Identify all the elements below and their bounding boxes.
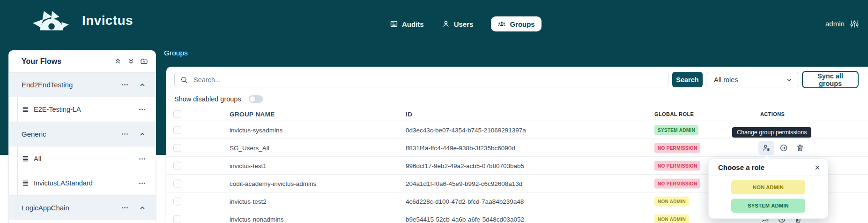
select-all-checkbox[interactable] (173, 110, 181, 118)
role-badge: SYSTEM ADMIN (654, 125, 698, 135)
roles-filter-select[interactable]: All roles (706, 72, 799, 87)
sidebar-flow-group[interactable]: End2EndTesting (9, 72, 156, 97)
choose-role-popover: Choose a role NON ADMINSYSTEM ADMIN (708, 159, 828, 219)
sync-all-groups-button[interactable]: Sync all groups (802, 71, 859, 88)
sidebar-flow-item[interactable]: E2E-Testing-LA (9, 97, 156, 122)
brand-name: Invictus (82, 13, 133, 28)
row-checkbox[interactable] (173, 215, 181, 223)
row-checkbox[interactable] (173, 126, 181, 134)
sidebar-flow-item[interactable]: All (9, 146, 156, 171)
collapse-all-icon[interactable] (114, 57, 122, 65)
flow-item-label: All (34, 155, 138, 162)
row-checkbox[interactable] (173, 197, 181, 205)
sidebar-flow-group[interactable]: Generic (9, 122, 156, 146)
indent-line (17, 146, 18, 171)
sidebar-flow-item[interactable]: InvictusLAStandard (9, 171, 156, 195)
group-name-cell: invictus-sysadmins (230, 126, 282, 133)
group-id-cell: 0d3ec43c-be07-4354-b745-21069291397a (406, 126, 526, 133)
chevron-up-icon[interactable] (139, 131, 146, 138)
flow-group-label: LogicAppChain (22, 204, 121, 212)
flows-sidebar: Your Flows End2EndTesting (8, 50, 156, 223)
delete-group-button[interactable] (793, 141, 807, 155)
search-box (174, 72, 668, 87)
group-id-cell: 996dcf17-9eb2-49a2-acb5-07b80703bab5 (406, 162, 524, 169)
group-id-cell: ff831f4a-ffc4-449e-938b-3f235bc6090d (406, 144, 515, 151)
add-folder-icon[interactable] (140, 57, 148, 65)
roles-filter-value: All roles (714, 76, 786, 84)
chevron-up-icon[interactable] (139, 204, 146, 212)
col-global-role: GLOBAL ROLE (654, 111, 694, 117)
groups-icon (497, 20, 506, 28)
sidebar-flow-group[interactable]: LogicAppChain (9, 195, 156, 220)
role-badge: NO PERMISSION (654, 143, 700, 153)
show-disabled-toggle[interactable] (249, 95, 263, 103)
show-disabled-row: Show disabled groups (174, 95, 263, 103)
global-role-cell: NON ADMIN (654, 196, 689, 206)
toggle-knob (250, 96, 255, 102)
group-name-cell: SG_Users_All (230, 144, 269, 151)
indent-line (17, 97, 18, 122)
show-disabled-label: Show disabled groups (174, 95, 241, 103)
row-checkbox[interactable] (173, 144, 181, 152)
row-checkbox[interactable] (173, 161, 181, 169)
global-role-cell: NO PERMISSION (654, 178, 700, 188)
app-root: Invictus Audits Users (0, 0, 868, 223)
role-badge: NO PERMISSION (654, 161, 700, 170)
flow-list-icon (22, 179, 30, 187)
pause-circle-icon (779, 144, 788, 152)
role-badge: NO PERMISSION (654, 178, 700, 188)
group-id-cell: b9e54415-52cb-4a6b-a6fe-5d48cd03a052 (406, 215, 524, 223)
indent-line (17, 171, 18, 195)
change-permissions-button[interactable] (758, 141, 774, 155)
more-options-icon[interactable] (138, 106, 146, 114)
expand-all-icon[interactable] (127, 57, 135, 65)
disable-group-button[interactable] (777, 141, 791, 155)
flow-list-icon (22, 106, 30, 114)
more-options-icon[interactable] (138, 179, 146, 187)
search-input[interactable] (193, 76, 662, 84)
chevron-up-icon[interactable] (139, 81, 146, 89)
row-checkbox[interactable] (173, 179, 181, 187)
group-name-cell: invictus-test1 (230, 162, 267, 169)
main-nav: Audits Users Groups (390, 13, 542, 35)
table-header-row: GROUP NAME ID GLOBAL ROLE ACTIONS (166, 107, 868, 121)
chevron-down-icon (786, 76, 793, 84)
group-name-cell: codit-academy-invictus-admins (230, 180, 316, 187)
more-options-icon[interactable] (121, 81, 129, 89)
flow-item-label: E2E-Testing-LA (34, 106, 138, 113)
col-group-name: GROUP NAME (230, 110, 275, 117)
group-name-cell: invictus-nonadmins (230, 215, 284, 223)
user-permissions-icon (762, 144, 771, 152)
more-options-icon[interactable] (121, 130, 129, 138)
role-option-non-admin[interactable]: NON ADMIN (731, 180, 805, 194)
popover-options: NON ADMINSYSTEM ADMIN (709, 176, 828, 218)
group-table-row: SG_Users_All ff831f4a-ffc4-449e-938b-3f2… (166, 139, 868, 157)
tab-users[interactable]: Users (442, 20, 474, 28)
current-user-label[interactable]: admin (825, 20, 845, 28)
role-badge: NON ADMIN (654, 214, 689, 223)
tab-groups[interactable]: Groups (491, 16, 541, 31)
flow-group-label: End2EndTesting (22, 81, 121, 89)
tab-audits[interactable]: Audits (390, 20, 424, 28)
role-option-system-admin[interactable]: SYSTEM ADMIN (731, 199, 805, 213)
group-id-cell: 204a1d1f-f0a6-45e9-b992-c6c92608a13d (406, 180, 522, 187)
trash-icon (796, 144, 804, 152)
close-icon[interactable] (814, 164, 821, 171)
row-actions (758, 139, 807, 156)
settings-sliders-icon[interactable] (850, 19, 859, 29)
sidebar-toolbar (114, 57, 148, 65)
flow-group-label: Generic (22, 130, 121, 138)
flow-list-icon (22, 155, 30, 163)
global-role-cell: SYSTEM ADMIN (654, 125, 698, 135)
users-icon (442, 20, 450, 28)
col-actions: ACTIONS (760, 111, 785, 117)
search-icon (180, 76, 188, 84)
audits-icon (390, 20, 398, 28)
more-options-icon[interactable] (138, 155, 146, 163)
sidebar-header: Your Flows (9, 51, 156, 72)
group-id-cell: 4c6d228c-d100-47d2-bfcd-7aa84b239a48 (406, 198, 524, 205)
more-options-icon[interactable] (121, 204, 129, 212)
global-role-cell: NON ADMIN (654, 214, 689, 223)
search-button[interactable]: Search (672, 72, 703, 87)
change-permissions-tooltip: Change group permissions (732, 127, 811, 138)
